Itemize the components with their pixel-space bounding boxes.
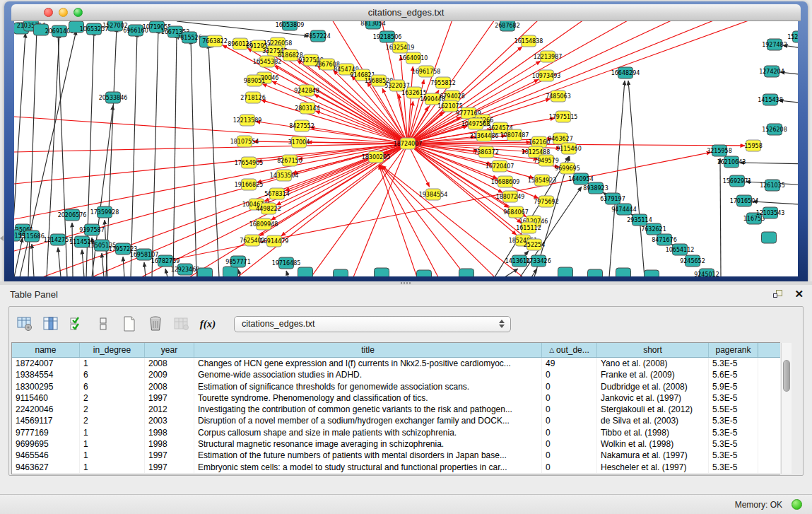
cell-name: 19384554 (12, 369, 80, 380)
node-label: 2803144 (295, 105, 320, 112)
table-row[interactable]: 969969511998Structural magnetic resonanc… (12, 438, 780, 450)
select-visible-columns-icon[interactable] (67, 314, 87, 334)
column-header-name[interactable]: name (12, 343, 80, 357)
cell-pagerank: 5.3E-5 (709, 392, 758, 404)
status-bar: Memory: OK (0, 494, 812, 514)
node-label: 21364486 (470, 133, 499, 139)
table-row[interactable]: 977716911998Corpus callosum shape and si… (12, 427, 780, 438)
function-builder-icon[interactable]: f(x) (198, 314, 218, 334)
node-label: 12142757 (44, 237, 73, 243)
vertical-scrollbar[interactable] (781, 343, 792, 474)
cell-in_degree: 1 (80, 438, 145, 450)
cell-short: Stergiakouli et al. (2012) (597, 404, 709, 415)
network-node[interactable] (616, 268, 631, 276)
network-node[interactable] (588, 269, 603, 276)
node-label: 16914479 (260, 238, 289, 245)
table-selector-value: citations_edges.txt (242, 319, 315, 329)
sort-ascending-icon: △ (549, 346, 554, 354)
table-row[interactable]: 1830029562008Estimation of significance … (12, 381, 780, 392)
node-label: 12213987 (534, 54, 563, 60)
cell-out_degree: 0 (542, 462, 597, 473)
table-row[interactable]: 1872400712008Changes of HCN gene express… (12, 358, 780, 369)
node-label: 3215958 (707, 148, 732, 154)
node-label: 2718126 (240, 95, 266, 101)
table-selector-dropdown[interactable]: citations_edges.txt (234, 316, 511, 332)
row-height-icon[interactable] (93, 314, 113, 334)
divider-grip-icon (401, 282, 412, 284)
delete-column-icon[interactable] (146, 314, 165, 334)
panel-collapse-arrow-icon[interactable] (0, 235, 4, 241)
table-toolbar: f(x) citations_edges.txt (9, 307, 803, 341)
cytoscape-app: citations_edges.txt 21035714206914061065… (0, 0, 812, 514)
cell-title: Structural magnetic resonance image aver… (194, 438, 542, 450)
node-label: 16782759 (151, 258, 180, 264)
node-label: 9242848 (294, 88, 319, 94)
cell-name: 9463627 (12, 462, 80, 473)
node-label: 2935114 (627, 217, 652, 223)
cell-short: Tibbo et al. (1998) (597, 427, 709, 438)
table-row[interactable]: 946362711997Embryonic stem cells: a mode… (12, 462, 780, 473)
scrollbar-thumb[interactable] (783, 360, 790, 392)
node-label: 2687682 (495, 23, 520, 29)
network-node[interactable]: 252254 (524, 239, 546, 250)
network-window-titlebar[interactable]: citations_edges.txt (11, 4, 801, 21)
network-node[interactable] (645, 270, 659, 276)
cell-year: 1997 (145, 462, 194, 473)
node-label: 14353504 (270, 173, 299, 179)
cell-pagerank: 5.3E-5 (709, 438, 758, 450)
node-label: 20206576 (58, 212, 87, 218)
cell-out_degree: 0 (542, 392, 597, 404)
column-header-title[interactable]: title (194, 343, 542, 357)
cell-in_degree: 6 (80, 381, 145, 392)
table-row[interactable]: 2242004622012Investigating the contribut… (12, 404, 780, 415)
table-settings-icon[interactable] (15, 314, 35, 334)
column-header-in_degree[interactable]: in_degree (80, 343, 145, 357)
column-header-year[interactable]: year (145, 343, 194, 357)
node-label: 7663822 (202, 38, 228, 45)
cell-short: Nakamura et al. (1997) (597, 450, 709, 461)
network-node[interactable]: 989051 (244, 75, 266, 86)
table-row[interactable]: 911546021997Tourette syndrome. Phenomeno… (12, 392, 780, 404)
cell-out_degree: 49 (542, 358, 597, 369)
column-header-short[interactable]: short (597, 343, 709, 357)
cell-year: 2008 (145, 358, 194, 369)
cell-title: Embryonic stem cells: a model to study s… (194, 462, 542, 473)
close-panel-icon[interactable]: ✕ (794, 288, 804, 300)
network-node[interactable] (459, 269, 474, 276)
cell-in_degree: 1 (80, 462, 145, 473)
network-canvas[interactable]: 2103571420691406106532571527002696616010… (14, 21, 798, 276)
node-label: 7955812 (430, 80, 456, 86)
network-node[interactable] (375, 268, 389, 276)
network-node[interactable]: 317004 (288, 136, 310, 148)
node-label: 18300295 (362, 154, 391, 160)
node-label: 7485063 (546, 93, 571, 100)
create-column-icon[interactable] (119, 314, 139, 334)
table-row[interactable]: 1938455462009Genome-wide association stu… (12, 369, 780, 380)
node-label: 6794028 (440, 93, 465, 100)
cell-name: 18300295 (12, 381, 80, 392)
column-header-pagerank[interactable]: pagerank (709, 343, 758, 357)
network-node[interactable] (558, 267, 573, 276)
network-node[interactable] (334, 269, 348, 276)
node-label: 16640910 (399, 55, 428, 62)
cell-short: Dudbridge et al. (2008) (597, 381, 709, 392)
cell-pagerank: 5.3E-5 (709, 450, 758, 461)
float-panel-icon[interactable] (773, 290, 784, 300)
memory-ok-indicator[interactable] (792, 499, 802, 510)
node-label: 989051 (244, 78, 266, 84)
cell-year: 2003 (145, 415, 194, 426)
node-label: 19716485 (272, 260, 301, 267)
node-label: 17975115 (549, 114, 578, 120)
network-node[interactable] (417, 270, 432, 276)
delete-table-icon[interactable] (172, 314, 192, 334)
network-node[interactable] (198, 268, 213, 276)
show-columns-icon[interactable] (41, 314, 61, 334)
table-row[interactable]: 1456911722003Disruption of a novel membe… (12, 415, 780, 426)
table-row[interactable]: 946554611997Estimation of the future num… (12, 450, 780, 461)
network-node[interactable] (223, 267, 238, 276)
network-node[interactable] (762, 232, 777, 243)
cell-out_degree: 0 (542, 404, 597, 415)
network-node[interactable] (298, 267, 313, 276)
network-node[interactable]: 15958 (744, 140, 762, 151)
column-header-out_degree[interactable]: △out_de... (542, 343, 597, 357)
